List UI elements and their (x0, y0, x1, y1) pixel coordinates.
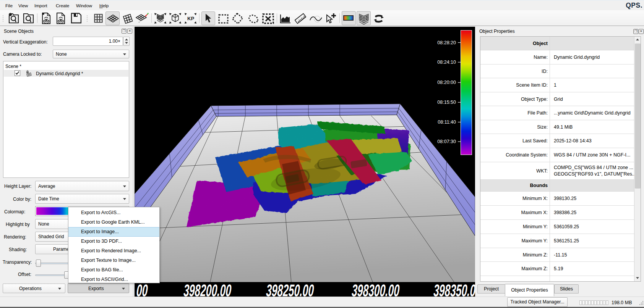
svg-text:08:11:40: 08:11:40 (438, 119, 456, 125)
svg-text:00: 00 (136, 281, 148, 297)
svg-text:398300.00: 398300.00 (351, 281, 400, 297)
svg-text:398200.00: 398200.00 (183, 281, 232, 297)
svg-text:KP: KP (187, 16, 194, 21)
svg-text:08:20:00: 08:20:00 (437, 80, 456, 85)
svg-text:398350.00: 398350.00 (433, 281, 475, 297)
svg-text:08:24:10: 08:24:10 (437, 60, 456, 65)
svg-text:08:07:30: 08:07:30 (437, 139, 456, 144)
svg-text:398250.00: 398250.00 (266, 281, 314, 297)
svg-text:08:28:20: 08:28:20 (437, 40, 456, 45)
svg-text:08:15:50: 08:15:50 (437, 100, 456, 105)
